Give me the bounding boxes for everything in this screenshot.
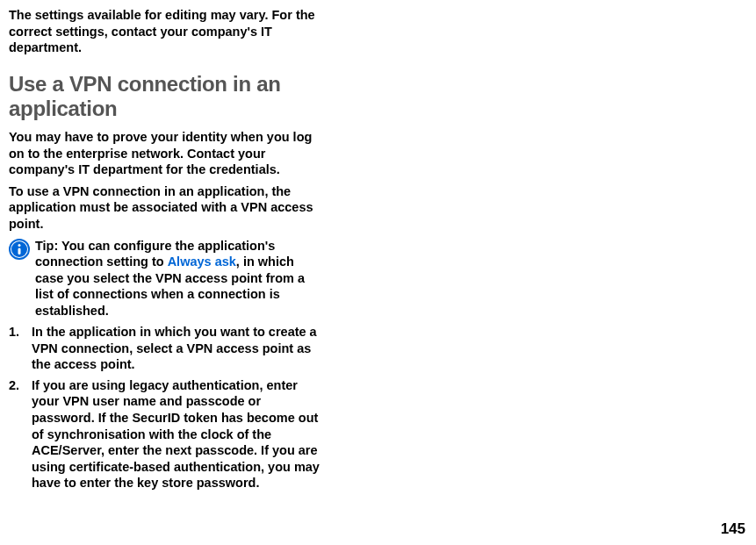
steps-list: In the application in which you want to …: [9, 324, 320, 491]
info-icon: [9, 239, 30, 263]
body-paragraph-1: You may have to prove your identity when…: [9, 129, 320, 178]
svg-rect-2: [18, 244, 21, 247]
tip-highlight: Always ask: [168, 255, 236, 269]
list-item: If you are using legacy authentication, …: [9, 377, 320, 491]
tip-block: Tip: You can configure the application's…: [9, 238, 320, 319]
list-item: In the application in which you want to …: [9, 324, 320, 373]
intro-paragraph: The settings available for editing may v…: [9, 7, 320, 56]
page-number: 145: [721, 520, 745, 538]
section-heading: Use a VPN connection in an application: [9, 72, 320, 123]
tip-text: Tip: You can configure the application's…: [35, 238, 320, 319]
tip-label: Tip:: [35, 239, 58, 253]
body-paragraph-2: To use a VPN connection in an applicatio…: [9, 183, 320, 233]
svg-rect-3: [18, 247, 21, 255]
content-column: The settings available for editing may v…: [9, 7, 320, 491]
